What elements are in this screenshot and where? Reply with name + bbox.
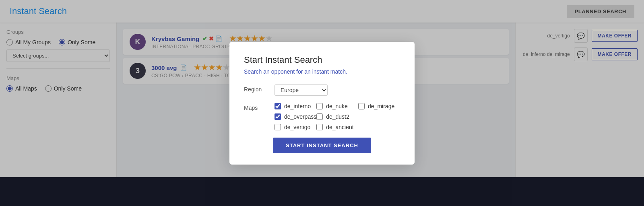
map-label: de_nuke <box>326 103 348 109</box>
region-select[interactable]: Europe North America Asia <box>275 84 328 96</box>
modal-footer: START INSTANT SEARCH <box>244 138 400 153</box>
map-label: de_ancient <box>326 124 354 130</box>
modal-maps-row: Maps de_inferno de_nuke de_mirage de_ove… <box>244 103 400 130</box>
modal-subtitle: Search an opponent for an instant match. <box>244 68 400 75</box>
map-checkbox-input-de_vertigo[interactable] <box>275 124 281 130</box>
region-label: Region <box>244 84 268 93</box>
map-label: de_inferno <box>284 103 311 109</box>
map-checkbox-de_nuke[interactable]: de_nuke <box>316 103 358 109</box>
map-checkbox-input-de_dust2[interactable] <box>316 113 323 120</box>
map-checkbox-de_inferno[interactable]: de_inferno <box>275 103 316 109</box>
map-checkbox-input-de_inferno[interactable] <box>275 103 281 109</box>
start-instant-search-button[interactable]: START INSTANT SEARCH <box>273 138 371 153</box>
modal-region-row: Region Europe North America Asia <box>244 84 400 96</box>
map-checkbox-de_ancient[interactable]: de_ancient <box>316 124 358 130</box>
map-checkbox-input-de_nuke[interactable] <box>316 103 323 109</box>
modal: Start Instant Search Search an opponent … <box>229 42 415 165</box>
map-label: de_mirage <box>368 103 394 109</box>
modal-title: Start Instant Search <box>244 55 400 65</box>
map-label: de_vertigo <box>284 124 310 130</box>
maps-label: Maps <box>244 103 268 111</box>
map-checkbox-de_vertigo[interactable]: de_vertigo <box>275 124 316 130</box>
map-checkbox-input-de_ancient[interactable] <box>316 124 323 130</box>
map-label: de_overpass <box>284 113 316 120</box>
modal-overlay: Start Instant Search Search an opponent … <box>0 0 644 206</box>
map-checkbox-de_dust2[interactable]: de_dust2 <box>316 113 358 120</box>
map-checkbox-input-de_mirage[interactable] <box>358 103 365 109</box>
map-label: de_dust2 <box>326 113 349 120</box>
map-checkbox-de_mirage[interactable]: de_mirage <box>358 103 400 109</box>
map-checkbox-de_overpass[interactable]: de_overpass <box>275 113 316 120</box>
map-checkbox-input-de_overpass[interactable] <box>275 113 281 120</box>
maps-grid: de_inferno de_nuke de_mirage de_overpass… <box>275 103 400 130</box>
